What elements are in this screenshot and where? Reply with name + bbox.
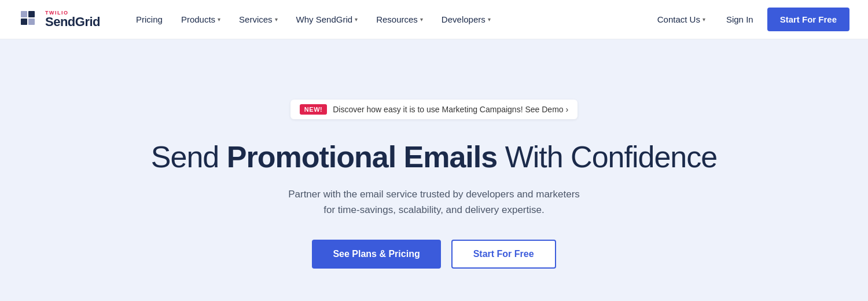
hero-badge[interactable]: NEW! Discover how easy it is to use Mark… xyxy=(290,100,578,119)
why-sendgrid-chevron-icon: ▾ xyxy=(355,16,358,23)
hero-subtitle-line2: for time-savings, scalability, and deliv… xyxy=(323,204,544,215)
contact-chevron-icon: ▾ xyxy=(703,16,705,23)
hero-title-part2: With Confidence xyxy=(497,140,717,174)
hero-buttons: See Plans & Pricing Start For Free xyxy=(312,240,556,269)
nav-products[interactable]: Products ▾ xyxy=(173,10,229,29)
hero-subtitle-line1: Partner with the email service trusted b… xyxy=(288,189,580,200)
nav-start-for-free-button[interactable]: Start For Free xyxy=(767,8,849,31)
start-for-free-button[interactable]: Start For Free xyxy=(451,240,556,269)
svg-rect-2 xyxy=(28,11,35,17)
resources-chevron-icon: ▾ xyxy=(420,16,423,23)
nav-why-sendgrid[interactable]: Why SendGrid ▾ xyxy=(288,10,366,29)
svg-rect-4 xyxy=(28,19,35,25)
hero-title-part1: Send xyxy=(151,140,227,174)
navbar: TWILIO SendGrid Pricing Products ▾ Servi… xyxy=(0,0,868,39)
nav-services[interactable]: Services ▾ xyxy=(231,10,286,29)
sign-in-link[interactable]: Sign In xyxy=(719,10,760,29)
logo-text: TWILIO SendGrid xyxy=(45,10,100,28)
nav-right: Contact Us ▾ Sign In Start For Free xyxy=(650,8,849,31)
badge-text: Discover how easy it is to use Marketing… xyxy=(333,105,568,114)
sendgrid-logo-icon xyxy=(19,9,41,31)
products-chevron-icon: ▾ xyxy=(218,16,220,23)
logo-sendgrid-label: SendGrid xyxy=(45,16,100,28)
nav-links: Pricing Products ▾ Services ▾ Why SendGr… xyxy=(128,10,650,29)
svg-rect-1 xyxy=(21,11,27,17)
nav-developers[interactable]: Developers ▾ xyxy=(433,10,499,29)
contact-us-link[interactable]: Contact Us ▾ xyxy=(650,10,712,29)
hero-section: NEW! Discover how easy it is to use Mark… xyxy=(0,39,868,301)
hero-subtitle: Partner with the email service trusted b… xyxy=(288,186,580,218)
logo-link[interactable]: TWILIO SendGrid xyxy=(19,9,100,31)
hero-title-bold: Promotional Emails xyxy=(227,140,497,174)
hero-title: Send Promotional Emails With Confidence xyxy=(151,140,717,175)
svg-rect-3 xyxy=(21,19,27,25)
services-chevron-icon: ▾ xyxy=(275,16,278,23)
nav-resources[interactable]: Resources ▾ xyxy=(368,10,431,29)
nav-pricing[interactable]: Pricing xyxy=(128,10,171,29)
see-plans-pricing-button[interactable]: See Plans & Pricing xyxy=(312,240,440,269)
developers-chevron-icon: ▾ xyxy=(488,16,491,23)
badge-new-label: NEW! xyxy=(300,104,327,115)
